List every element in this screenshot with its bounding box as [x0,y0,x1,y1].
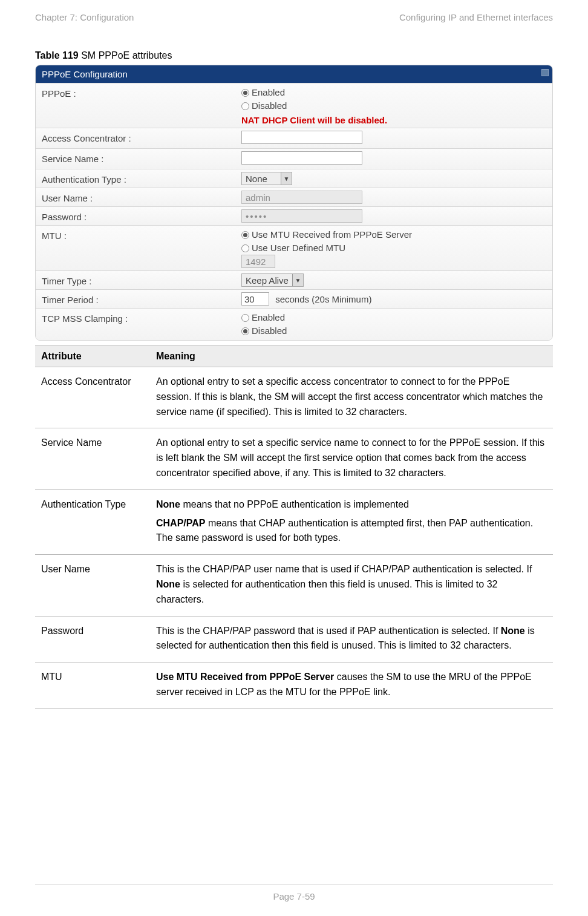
row-timer-type: Timer Type : Keep Alive ▼ [36,270,552,289]
section-label: Configuring IP and Ethernet interfaces [399,12,553,22]
bold-mtu: Use MTU Received from PPPoE Server [156,672,334,682]
label-service: Service Name : [42,151,241,164]
attributes-table: Attribute Meaning Access Concentrator An… [35,345,553,709]
chevron-down-icon: ▼ [292,274,303,286]
label-timer-type: Timer Type : [42,273,241,286]
panel-title: PPPoE Configuration [42,69,128,79]
radio-clamp-enabled[interactable] [241,314,249,322]
select-timer-type[interactable]: Keep Alive ▼ [241,273,304,287]
row-password: Password : ••••• [36,206,552,225]
cell-attr: Password [35,616,150,662]
table-row: Access Concentrator An optional entry to… [35,367,553,428]
label-timer-period: Timer Period : [42,292,241,305]
text: This is the CHAP/PAP password that is us… [156,626,501,636]
caption-prefix: Table 119 [35,50,81,61]
radio-label-enabled: Enabled [252,86,285,99]
config-panel: PPPoE Configuration PPPoE : Enabled Disa… [35,65,553,341]
table-row: Password This is the CHAP/PAP password t… [35,616,553,662]
radio-label-mtu-user: Use User Defined MTU [252,241,345,255]
pppoe-warning: NAT DHCP Client will be disabled. [241,115,546,125]
select-auth-value: None [242,174,281,184]
bold-none: None [501,626,525,636]
text: is selected for authentication then this… [156,579,497,604]
radio-mtu-server[interactable] [241,231,249,239]
label-ac: Access Concentrator : [42,131,241,143]
input-mtu-value[interactable]: 1492 [241,255,275,268]
input-timer-period[interactable]: 30 [241,292,269,306]
cell-attr: Authentication Type [35,489,150,554]
cell-meaning: None means that no PPPoE authentication … [150,489,553,554]
table-row: MTU Use MTU Received from PPPoE Server c… [35,662,553,709]
cell-attr: Access Concentrator [35,367,150,428]
radio-mtu-user[interactable] [241,244,249,252]
text: means that no PPPoE authentication is im… [180,499,409,509]
table-row: Authentication Type None means that no P… [35,489,553,554]
cell-meaning: An optional entry to set a specific acce… [150,367,553,428]
timer-period-suffix: seconds (20s Minimum) [275,294,371,304]
cell-attr: MTU [35,662,150,709]
bold-none: None [156,499,180,509]
caption-title: SM PPPoE attributes [81,50,172,61]
th-attribute: Attribute [35,346,150,367]
bold-chap-pap: CHAP/PAP [156,518,206,528]
radio-label-clamp-enabled: Enabled [252,311,285,324]
label-auth: Authentication Type : [42,172,241,185]
chapter-label: Chapter 7: Configuration [35,12,134,22]
row-mtu: MTU : Use MTU Received from PPPoE Server… [36,225,552,270]
cell-attr: User Name [35,555,150,616]
chevron-down-icon: ▼ [281,172,292,185]
label-username: User Name : [42,191,241,203]
text: means that CHAP authentication is attemp… [156,518,533,543]
input-service-name[interactable] [241,151,362,165]
cell-meaning: Use MTU Received from PPPoE Server cause… [150,662,553,709]
panel-collapse-icon[interactable] [541,69,549,76]
panel-title-bar: PPPoE Configuration [36,65,552,83]
page-header: Chapter 7: Configuration Configuring IP … [35,12,553,22]
cell-meaning: An optional entry to set a specific serv… [150,428,553,489]
radio-clamp-disabled[interactable] [241,327,249,335]
row-service-name: Service Name : [36,148,552,169]
row-access-concentrator: Access Concentrator : [36,128,552,148]
row-timer-period: Timer Period : 30 seconds (20s Minimum) [36,289,552,308]
radio-label-clamp-disabled: Disabled [252,324,287,338]
cell-attr: Service Name [35,428,150,489]
label-pppoe: PPPoE : [42,86,241,99]
row-username: User Name : admin [36,188,552,206]
text: This is the CHAP/PAP user name that is u… [156,564,532,574]
radio-label-disabled: Disabled [252,99,287,113]
table-caption: Table 119 SM PPPoE attributes [35,50,553,61]
cell-meaning: This is the CHAP/PAP user name that is u… [150,555,553,616]
table-row: Service Name An optional entry to set a … [35,428,553,489]
input-password[interactable]: ••••• [241,209,362,223]
cell-meaning: This is the CHAP/PAP password that is us… [150,616,553,662]
label-password: Password : [42,209,241,222]
row-pppoe: PPPoE : Enabled Disabled NAT DHCP Client… [36,83,552,128]
bold-none: None [156,579,180,589]
radio-label-mtu-server: Use MTU Received from PPPoE Server [252,228,412,241]
input-access-concentrator[interactable] [241,131,362,144]
label-tcp-mss: TCP MSS Clamping : [42,311,241,324]
table-row: User Name This is the CHAP/PAP user name… [35,555,553,616]
page-footer: Page 7-59 [35,885,553,901]
row-auth-type: Authentication Type : None ▼ [36,169,552,188]
row-tcp-mss: TCP MSS Clamping : Enabled Disabled [36,308,552,340]
input-username[interactable]: admin [241,191,362,204]
th-meaning: Meaning [150,346,553,367]
label-mtu: MTU : [42,228,241,241]
select-timer-value: Keep Alive [242,275,292,286]
select-auth-type[interactable]: None ▼ [241,172,292,185]
radio-pppoe-enabled[interactable] [241,89,249,97]
radio-pppoe-disabled[interactable] [241,102,249,110]
